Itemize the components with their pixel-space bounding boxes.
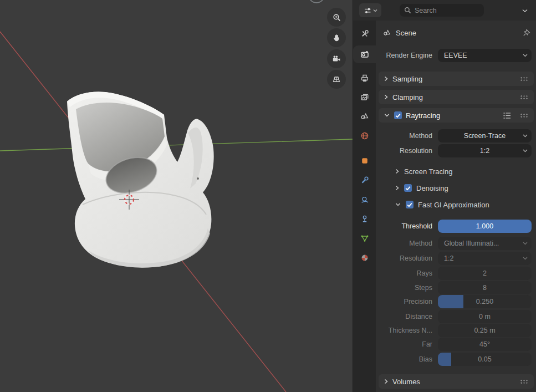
- panel-volumes-label: Volumes: [392, 378, 420, 386]
- panel-clamping[interactable]: Clamping: [379, 90, 534, 104]
- bias-label: Bias: [376, 355, 438, 363]
- precision-slider[interactable]: 0.250: [438, 295, 532, 308]
- pan-view-button[interactable]: [327, 28, 346, 47]
- chevron-right-icon: [384, 378, 389, 385]
- chevron-down-icon: [522, 9, 528, 13]
- denoising-checkbox[interactable]: [404, 184, 412, 192]
- gi-method-row: Method Global Illuminati...: [376, 236, 536, 250]
- fast-gi-checkbox[interactable]: [406, 201, 414, 208]
- render-engine-dropdown[interactable]: EEVEE: [438, 49, 532, 62]
- camera-view-button[interactable]: [327, 49, 346, 68]
- rt-resolution-dropdown[interactable]: 1:2: [438, 144, 532, 157]
- printer-icon: [360, 73, 370, 83]
- tab-physics[interactable]: [353, 191, 376, 208]
- bias-slider[interactable]: 0.05: [438, 353, 532, 366]
- subpanel-fast-gi[interactable]: Fast GI Approximation: [376, 198, 536, 211]
- threshold-label: Threshold: [376, 222, 438, 230]
- rays-field[interactable]: 2: [438, 267, 532, 280]
- pin-button[interactable]: [522, 28, 531, 37]
- properties-tab-strip: [353, 21, 376, 392]
- properties-header: [353, 0, 536, 21]
- scene-icon: [360, 111, 370, 121]
- rt-resolution-label: Resolution: [376, 147, 438, 155]
- denoising-label: Denoising: [416, 184, 448, 192]
- distance-label: Distance: [376, 313, 438, 320]
- drag-handle-icon[interactable]: [520, 95, 529, 100]
- subpanel-denoising[interactable]: Denoising: [376, 181, 536, 195]
- chevron-right-icon: [384, 75, 389, 82]
- panel-volumes[interactable]: Volumes: [379, 374, 534, 389]
- chevron-down-icon: [523, 242, 528, 245]
- mesh-data-icon: [360, 233, 370, 243]
- properties-content: Scene Render Engine EEVEE: [376, 21, 536, 392]
- render-engine-value: EEVEE: [444, 52, 467, 59]
- far-field[interactable]: 45°: [438, 338, 532, 351]
- tool-icon: [360, 29, 370, 39]
- tab-object[interactable]: [353, 152, 376, 170]
- tab-scene[interactable]: [353, 108, 376, 125]
- breadcrumb-scene-label[interactable]: Scene: [396, 29, 416, 37]
- mesh-object: [67, 92, 214, 268]
- rt-method-value: Screen-Trace: [464, 132, 506, 140]
- panel-sampling-label: Sampling: [392, 75, 422, 83]
- zoom-button[interactable]: [327, 8, 346, 27]
- thickness-label: Thickness N...: [376, 327, 438, 334]
- tab-render[interactable]: [353, 45, 376, 63]
- steps-label: Steps: [376, 284, 438, 292]
- chevron-down-icon: [384, 113, 390, 118]
- steps-row: Steps 8: [376, 281, 536, 294]
- panel-raytracing[interactable]: Raytracing: [379, 108, 534, 123]
- viewport-canvas[interactable]: [0, 0, 353, 392]
- editor-type-button[interactable]: [359, 3, 381, 17]
- thickness-row: Thickness N... 0.25 m: [376, 323, 536, 337]
- viewport-scene: [0, 0, 353, 392]
- pin-icon: [522, 28, 531, 37]
- presets-list-icon[interactable]: [503, 111, 512, 120]
- far-value: 45°: [438, 340, 532, 348]
- distance-field[interactable]: 0 m: [438, 310, 532, 323]
- physics-icon: [360, 195, 370, 205]
- rt-method-label: Method: [376, 132, 438, 140]
- chevron-right-icon: [395, 185, 400, 191]
- tab-view-layer[interactable]: [353, 89, 376, 106]
- tab-material[interactable]: [353, 249, 376, 267]
- toggle-perspective-button[interactable]: [327, 70, 346, 89]
- raytracing-checkbox[interactable]: [394, 111, 402, 119]
- distance-value: 0 m: [438, 313, 532, 320]
- far-label: Far: [376, 340, 438, 348]
- tab-tool[interactable]: [353, 25, 376, 43]
- steps-field[interactable]: 8: [438, 281, 532, 294]
- tab-constraints[interactable]: [353, 210, 376, 228]
- y-axis-line: [0, 139, 353, 151]
- header-menu-button[interactable]: [519, 6, 530, 15]
- drag-handle-icon[interactable]: [520, 113, 529, 118]
- subpanel-screen-tracing[interactable]: Screen Tracing: [376, 165, 536, 178]
- constraints-icon: [360, 214, 370, 224]
- gi-method-value: Global Illuminati...: [444, 240, 499, 247]
- gi-resolution-value: 1:2: [444, 254, 453, 262]
- search-input[interactable]: [415, 7, 476, 14]
- rt-method-dropdown[interactable]: Screen-Trace: [438, 129, 532, 142]
- tab-modifiers[interactable]: [353, 171, 376, 189]
- tab-output[interactable]: [353, 69, 376, 87]
- gi-method-dropdown[interactable]: Global Illuminati...: [438, 237, 532, 250]
- threshold-slider[interactable]: 1.000: [438, 220, 532, 233]
- gi-resolution-dropdown[interactable]: 1:2: [438, 252, 532, 265]
- threshold-row: Threshold 1.000: [376, 219, 536, 233]
- chevron-right-icon: [384, 94, 389, 100]
- panel-sampling[interactable]: Sampling: [379, 72, 534, 86]
- drag-handle-icon[interactable]: [520, 379, 529, 384]
- search-box[interactable]: [400, 4, 484, 17]
- tab-object-data[interactable]: [353, 230, 376, 247]
- gi-resolution-row: Resolution 1:2: [376, 251, 536, 265]
- gi-method-label: Method: [376, 240, 438, 247]
- fast-gi-label: Fast GI Approximation: [418, 201, 489, 209]
- render-engine-row: Render Engine EEVEE: [376, 48, 536, 62]
- rt-resolution-row: Resolution 1:2: [376, 144, 536, 157]
- grid-icon: [331, 74, 341, 84]
- thickness-value: 0.25 m: [438, 327, 532, 334]
- thickness-field[interactable]: 0.25 m: [438, 324, 532, 337]
- tab-world[interactable]: [353, 127, 376, 145]
- drag-handle-icon[interactable]: [520, 77, 529, 82]
- object-square-icon: [360, 156, 370, 166]
